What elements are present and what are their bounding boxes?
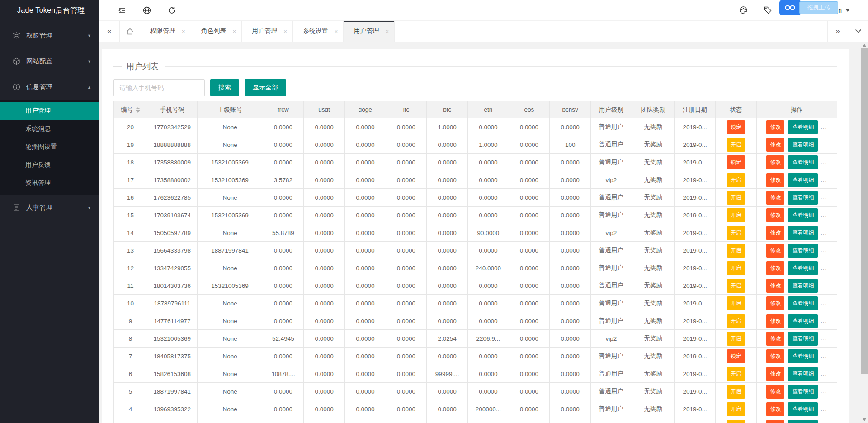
- sidebar-subitem-用户管理[interactable]: 用户管理: [0, 102, 99, 120]
- status-toggle-button[interactable]: 开启: [727, 332, 745, 346]
- refresh-icon[interactable]: [159, 6, 184, 15]
- status-toggle-button[interactable]: 开启: [727, 402, 745, 416]
- tag-icon[interactable]: [756, 5, 780, 15]
- sidebar-item-网站配置[interactable]: 网站配置▼: [0, 48, 99, 74]
- edit-button[interactable]: 修改: [766, 332, 784, 346]
- sort-icon[interactable]: [136, 107, 140, 113]
- view-detail-button[interactable]: 查看明细: [788, 120, 818, 134]
- tab-close-icon[interactable]: ×: [385, 28, 389, 35]
- scroll-down-arrow-icon[interactable]: [860, 417, 868, 423]
- vertical-scrollbar[interactable]: [860, 42, 868, 423]
- more-actions-ellipsis[interactable]: ...: [821, 247, 827, 254]
- status-toggle-button[interactable]: 开启: [727, 420, 745, 423]
- more-actions-ellipsis[interactable]: ...: [821, 388, 827, 395]
- view-detail-button[interactable]: 查看明细: [788, 155, 818, 169]
- tab-角色列表[interactable]: 角色列表×: [191, 21, 242, 42]
- status-toggle-button[interactable]: 开启: [727, 191, 745, 205]
- status-toggle-button[interactable]: 锁定: [727, 155, 745, 169]
- view-detail-button[interactable]: 查看明细: [788, 420, 818, 423]
- scrollbar-thumb[interactable]: [861, 48, 868, 374]
- more-actions-ellipsis[interactable]: ...: [821, 141, 827, 148]
- status-toggle-button[interactable]: 开启: [727, 138, 745, 152]
- netdisk-share-icon[interactable]: [779, 0, 801, 15]
- more-actions-ellipsis[interactable]: ...: [821, 264, 827, 271]
- view-detail-button[interactable]: 查看明细: [788, 314, 818, 328]
- edit-button[interactable]: 修改: [766, 402, 784, 416]
- status-toggle-button[interactable]: 开启: [727, 296, 745, 310]
- status-toggle-button[interactable]: 开启: [727, 261, 745, 275]
- scroll-up-arrow-icon[interactable]: [860, 42, 868, 48]
- view-detail-button[interactable]: 查看明细: [788, 385, 818, 399]
- edit-button[interactable]: 修改: [766, 244, 784, 258]
- view-detail-button[interactable]: 查看明细: [788, 367, 818, 381]
- edit-button[interactable]: 修改: [766, 173, 784, 187]
- sidebar-item-信息管理[interactable]: 信息管理▲: [0, 74, 99, 100]
- more-actions-ellipsis[interactable]: ...: [821, 352, 827, 359]
- more-actions-ellipsis[interactable]: ...: [821, 212, 827, 218]
- globe-icon[interactable]: [134, 6, 159, 15]
- more-actions-ellipsis[interactable]: ...: [821, 282, 827, 289]
- status-toggle-button[interactable]: 开启: [727, 279, 745, 293]
- sidebar-subitem-用户反馈[interactable]: 用户反馈: [0, 156, 99, 174]
- tab-用户管理-active[interactable]: 用户管理×: [344, 21, 395, 42]
- status-toggle-button[interactable]: 开启: [727, 314, 745, 328]
- status-toggle-button[interactable]: 开启: [727, 208, 745, 222]
- edit-button[interactable]: 修改: [766, 261, 784, 275]
- tabs-menu-button[interactable]: [848, 21, 868, 42]
- more-actions-ellipsis[interactable]: ...: [821, 194, 827, 201]
- tabs-scroll-right-button[interactable]: »: [827, 21, 848, 42]
- tab-系统设置[interactable]: 系统设置×: [293, 21, 344, 42]
- status-toggle-button[interactable]: 锁定: [727, 120, 745, 134]
- more-actions-ellipsis[interactable]: ...: [821, 229, 827, 236]
- sidebar-subitem-资讯管理[interactable]: 资讯管理: [0, 174, 99, 192]
- view-detail-button[interactable]: 查看明细: [788, 226, 818, 240]
- tab-权限管理[interactable]: 权限管理×: [140, 21, 191, 42]
- edit-button[interactable]: 修改: [766, 314, 784, 328]
- more-actions-ellipsis[interactable]: ...: [821, 370, 827, 377]
- status-toggle-button[interactable]: 锁定: [727, 349, 745, 363]
- status-toggle-button[interactable]: 开启: [727, 367, 745, 381]
- status-toggle-button[interactable]: 开启: [727, 244, 745, 258]
- collapse-sidebar-icon[interactable]: [109, 6, 134, 15]
- search-button[interactable]: 搜索: [210, 79, 239, 96]
- home-tab-icon[interactable]: [120, 21, 140, 42]
- more-actions-ellipsis[interactable]: ...: [821, 335, 827, 342]
- tab-close-icon[interactable]: ×: [233, 28, 236, 35]
- edit-button[interactable]: 修改: [766, 226, 784, 240]
- column-header-编号[interactable]: 编号: [114, 101, 147, 118]
- view-detail-button[interactable]: 查看明细: [788, 173, 818, 187]
- edit-button[interactable]: 修改: [766, 208, 784, 222]
- sidebar-item-权限管理[interactable]: 权限管理▼: [0, 23, 99, 48]
- view-detail-button[interactable]: 查看明细: [788, 332, 818, 346]
- show-all-button[interactable]: 显示全部: [245, 79, 286, 96]
- edit-button[interactable]: 修改: [766, 420, 784, 423]
- view-detail-button[interactable]: 查看明细: [788, 244, 818, 258]
- status-toggle-button[interactable]: 开启: [727, 385, 745, 399]
- more-actions-ellipsis[interactable]: ...: [821, 176, 827, 183]
- sidebar-subitem-轮播图设置[interactable]: 轮播图设置: [0, 138, 99, 156]
- drag-upload-button[interactable]: 拖拽上传: [799, 1, 838, 14]
- edit-button[interactable]: 修改: [766, 191, 784, 205]
- tab-close-icon[interactable]: ×: [283, 28, 287, 35]
- view-detail-button[interactable]: 查看明细: [788, 349, 818, 363]
- edit-button[interactable]: 修改: [766, 349, 784, 363]
- edit-button[interactable]: 修改: [766, 155, 784, 169]
- view-detail-button[interactable]: 查看明细: [788, 279, 818, 293]
- more-actions-ellipsis[interactable]: ...: [821, 300, 827, 306]
- more-actions-ellipsis[interactable]: ...: [821, 317, 827, 324]
- more-actions-ellipsis[interactable]: ...: [821, 123, 827, 130]
- status-toggle-button[interactable]: 开启: [727, 226, 745, 240]
- more-actions-ellipsis[interactable]: ...: [821, 405, 827, 412]
- edit-button[interactable]: 修改: [766, 367, 784, 381]
- edit-button[interactable]: 修改: [766, 385, 784, 399]
- sidebar-subitem-系统消息[interactable]: 系统消息: [0, 120, 99, 138]
- view-detail-button[interactable]: 查看明细: [788, 191, 818, 205]
- theme-palette-icon[interactable]: [731, 5, 756, 15]
- edit-button[interactable]: 修改: [766, 279, 784, 293]
- view-detail-button[interactable]: 查看明细: [788, 402, 818, 416]
- view-detail-button[interactable]: 查看明细: [788, 261, 818, 275]
- edit-button[interactable]: 修改: [766, 296, 784, 310]
- edit-button[interactable]: 修改: [766, 120, 784, 134]
- tabs-scroll-left-button[interactable]: «: [99, 21, 120, 42]
- edit-button[interactable]: 修改: [766, 138, 784, 152]
